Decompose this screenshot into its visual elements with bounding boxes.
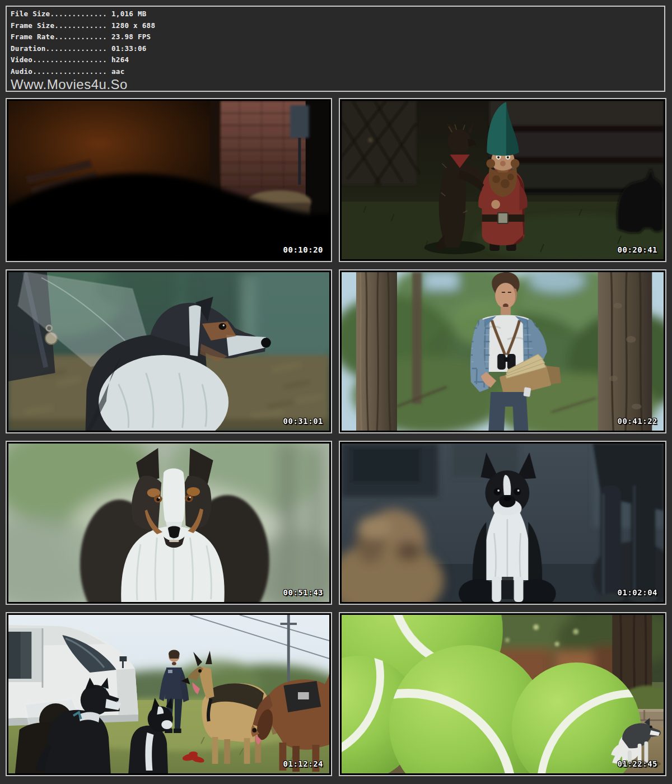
- screenshot-thumb-2: 00:20:41: [339, 98, 666, 262]
- site-watermark: Www.Movies4u.So: [11, 77, 660, 92]
- screenshot-thumb-3: 00:31:01: [6, 269, 332, 433]
- scene-dark-yard-art: [8, 101, 329, 259]
- timestamp-overlay: 00:41:22: [618, 417, 657, 426]
- screenshot-thumb-4: 00:41:22: [339, 269, 666, 433]
- scene-aussie-portrait-art: [8, 444, 329, 602]
- timestamp-overlay: 00:10:20: [283, 245, 323, 254]
- media-info-panel: File Size............. 1,016 MB Frame Si…: [6, 6, 665, 92]
- media-info-frame-rate: Frame Rate............ 23.98 FPS: [11, 31, 660, 43]
- media-info-frame-size: Frame Size............ 1280 x 688: [11, 20, 660, 32]
- timestamp-overlay: 01:02:04: [618, 588, 657, 597]
- media-info-file-size: File Size............. 1,016 MB: [11, 8, 660, 20]
- scene-barn-aussie-art: [8, 272, 329, 431]
- scene-boston-terrier-art: [342, 444, 664, 602]
- screenshot-thumb-5: 00:51:43: [6, 441, 332, 605]
- timestamp-overlay: 00:31:01: [283, 417, 323, 426]
- scene-forest-man-art: [342, 272, 664, 431]
- timestamp-overlay: 01:12:24: [283, 759, 323, 768]
- timestamp-overlay: 00:51:43: [283, 588, 323, 597]
- screenshot-grid: 00:10:20: [6, 98, 666, 776]
- scene-tennis-balls-art: [342, 615, 664, 773]
- screenshot-thumb-8: 01:22:45: [339, 612, 666, 776]
- scene-k9-van-art: 14: [8, 615, 329, 773]
- scene-gnome-art: [342, 101, 664, 259]
- screenshot-thumb-6: 01:02:04: [339, 441, 666, 605]
- timestamp-overlay: 00:20:41: [618, 245, 657, 254]
- screenshot-thumb-1: 00:10:20: [6, 98, 332, 262]
- media-info-video: Video................. h264: [11, 54, 660, 66]
- media-info-duration: Duration.............. 01:33:06: [11, 43, 660, 55]
- screenshot-thumb-7: 14: [6, 612, 332, 776]
- timestamp-overlay: 01:22:45: [618, 759, 657, 768]
- media-info-audio: Audio................. aac: [11, 66, 660, 78]
